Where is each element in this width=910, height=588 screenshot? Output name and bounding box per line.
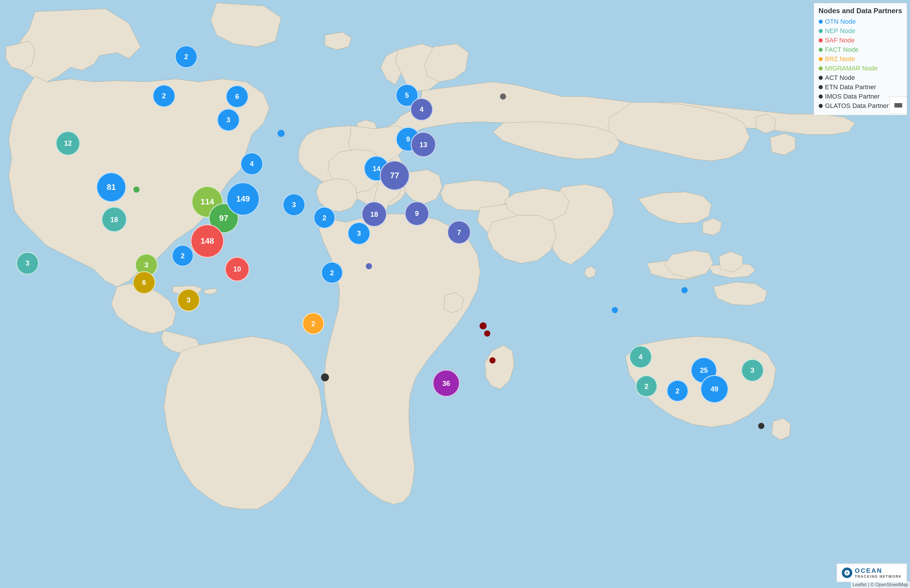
cluster-marker[interactable]: 3 [177,289,200,312]
cluster-marker[interactable]: 13 [411,132,436,157]
small-dot-marker[interactable] [133,187,140,193]
svg-rect-1 [895,103,902,105]
cluster-marker[interactable]: 149 [226,182,260,216]
cluster-marker[interactable]: 2 [314,207,335,229]
cluster-marker[interactable]: 3 [741,359,764,382]
cluster-marker[interactable]: 4 [629,346,652,368]
attribution: Leaflet | © OpenStreetMap [851,582,910,588]
cluster-marker[interactable]: 12 [56,131,80,156]
map-container: .ocean { fill: #a8d0e6; } .land { fill: … [0,0,910,588]
legend-label: OTN Node [825,18,856,26]
cluster-marker[interactable]: 18 [102,207,127,232]
legend-dot [819,38,823,42]
cluster-marker[interactable]: 77 [380,161,410,191]
legend-label: BRZ Node [825,55,855,63]
cluster-marker[interactable]: 81 [96,172,126,202]
legend-item: SAF Node [819,37,902,44]
cluster-marker[interactable]: 148 [191,225,224,258]
small-dot-marker[interactable] [479,322,487,330]
svg-rect-3 [895,107,902,107]
legend-label: ACT Node [825,74,855,82]
legend-dot [819,19,823,24]
legend-label: FACT Node [825,46,859,53]
layer-control-button[interactable] [889,97,907,114]
legend-dot [819,48,823,52]
legend-item: BRZ Node [819,55,902,63]
cluster-marker[interactable]: 2 [303,313,324,334]
cluster-marker[interactable]: 10 [225,257,249,281]
logo-line2: TracKing NETWoRk [855,575,902,578]
legend-label: ETN Data Partner [825,83,876,91]
legend-dot [819,85,823,89]
cluster-marker[interactable]: 2 [175,45,198,68]
legend-label: MIGRAMAR Node [825,65,878,72]
cluster-marker[interactable]: 4 [240,152,263,175]
cluster-marker[interactable]: 6 [133,271,155,294]
cluster-marker[interactable]: 2 [636,375,657,397]
legend-dot [819,76,823,80]
cluster-marker[interactable]: 3 [217,108,240,131]
svg-rect-2 [895,105,902,106]
small-dot-marker[interactable] [484,331,491,337]
cluster-marker[interactable]: 2 [667,380,689,402]
legend-title: Nodes and Data Partners [819,7,902,15]
legend-dot [819,66,823,71]
legend-item: OTN Node [819,18,902,26]
legend-item: MIGRAMAR Node [819,65,902,72]
cluster-marker[interactable]: 3 [283,193,305,216]
cluster-marker[interactable]: 2 [152,84,175,107]
cluster-marker[interactable]: 2 [321,262,343,284]
legend-item: FACT Node [819,46,902,53]
small-dot-marker[interactable] [612,307,618,313]
small-dot-marker[interactable] [758,423,764,429]
small-dot-marker[interactable] [682,287,688,293]
legend-label: IMOS Data Partner [825,93,880,100]
cluster-marker[interactable]: 2 [172,245,194,267]
small-dot-marker[interactable] [489,357,496,363]
legend-dot [819,104,823,108]
cluster-marker[interactable]: 4 [410,98,433,121]
legend-item: ACT Node [819,74,902,82]
legend-dot [819,94,823,99]
legend-item: ETN Data Partner [819,83,902,91]
legend-dot [819,57,823,61]
small-dot-marker[interactable] [366,263,372,270]
otn-logo: OCEAN TracKing NETWoRk [837,564,907,582]
legend-item: NEP Node [819,27,902,35]
legend-label: SAF Node [825,37,855,44]
legend-dot [819,29,823,33]
legend-label: GLATOS Data Partner [825,102,889,110]
small-dot-marker[interactable] [278,130,285,137]
small-dot-marker[interactable] [321,373,329,381]
cluster-marker[interactable]: 18 [362,202,387,227]
cluster-marker[interactable]: 7 [447,221,471,244]
cluster-marker[interactable]: 6 [226,85,249,108]
legend-label: NEP Node [825,27,855,35]
logo-line1: OCEAN [855,567,902,575]
legend-items: OTN NodeNEP NodeSAF NodeFACT NodeBRZ Nod… [819,18,902,110]
cluster-marker[interactable]: 3 [348,222,371,245]
cluster-marker[interactable]: 36 [433,370,460,397]
cluster-marker[interactable]: 49 [700,375,729,403]
small-dot-marker[interactable] [500,94,506,100]
cluster-marker[interactable]: 9 [405,201,429,226]
cluster-marker[interactable]: 3 [16,252,39,275]
